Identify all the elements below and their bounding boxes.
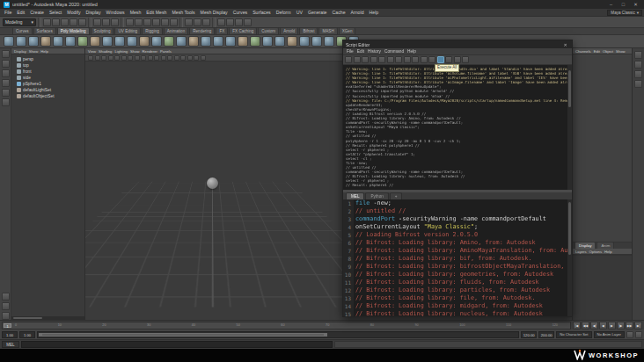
shelf-tab-custom[interactable]: Custom — [258, 27, 279, 34]
character-set-selector[interactable]: No Character Set — [556, 331, 591, 338]
lights-icon[interactable] — [180, 55, 186, 61]
save-script-button[interactable] — [345, 56, 352, 63]
menu-modify[interactable]: Modify — [64, 9, 83, 17]
maximize-button[interactable]: □ — [618, 0, 628, 9]
viewport-menu-panels[interactable]: Panels — [160, 49, 172, 54]
shelf-tab-rendering[interactable]: Rendering — [189, 27, 215, 34]
shelf-bridge-icon[interactable] — [299, 36, 310, 47]
range-slider-thumb[interactable] — [39, 333, 327, 337]
open-script-button[interactable] — [354, 56, 361, 63]
lock-camera-icon[interactable] — [95, 55, 100, 61]
line-numbers-button[interactable] — [445, 56, 452, 63]
shelf-plane-icon[interactable] — [65, 36, 76, 47]
viewport-menu-shading[interactable]: Shading — [99, 49, 112, 54]
channel-box-icon[interactable] — [634, 70, 642, 78]
script-editor-menu-command[interactable]: Command — [384, 49, 404, 54]
code-line[interactable]: 2// untitled // — [343, 207, 572, 215]
menu-surfaces[interactable]: Surfaces — [250, 9, 273, 17]
shelf-soccer-ball-icon[interactable] — [164, 36, 174, 47]
clear-history-button[interactable] — [362, 56, 369, 63]
channel-box-menu-show[interactable]: Show — [616, 49, 625, 54]
shelf-separate-icon[interactable] — [201, 36, 211, 47]
suppress-warning-messages-button[interactable] — [412, 56, 419, 63]
outliner-item-side[interactable]: side — [11, 75, 84, 81]
camera-attributes-icon[interactable] — [101, 55, 106, 61]
smooth-shade-icon[interactable] — [167, 55, 172, 61]
film-gate-icon[interactable] — [141, 55, 146, 61]
menu-uv[interactable]: UV — [294, 9, 305, 17]
script-tab-python[interactable]: Python — [365, 192, 388, 199]
menu-mesh-tools[interactable]: Mesh Tools — [169, 9, 197, 17]
clear-input-button[interactable] — [370, 56, 377, 63]
script-editor-titlebar[interactable]: Script Editor ✕ — [343, 40, 572, 48]
time-slider[interactable]: 1 0102030405060708090100110120 — [2, 322, 571, 329]
shelf-extrude-icon[interactable] — [274, 36, 285, 47]
suppress-info-messages-button[interactable] — [404, 56, 411, 63]
shelf-tab-poly-modeling[interactable]: Poly Modeling — [57, 27, 90, 34]
menu-file[interactable]: File — [2, 9, 14, 17]
step-forward-frame-button[interactable]: ▶▶ — [626, 322, 633, 329]
select-by-component-icon[interactable] — [111, 18, 119, 26]
shelf-smooth-icon[interactable] — [262, 36, 273, 47]
close-button[interactable]: ✕ — [631, 0, 640, 9]
code-line[interactable]: 4onSetCurrentLayout "Maya Classic"; — [343, 223, 572, 231]
playback-start-field[interactable]: 1.00 — [19, 331, 35, 338]
shelf-prism-icon[interactable] — [114, 36, 125, 47]
history-scrollbar[interactable] — [567, 65, 572, 190]
outliner-item-top[interactable]: top — [11, 62, 84, 69]
tool-settings-icon[interactable] — [634, 61, 642, 69]
shelf-disc-icon[interactable] — [77, 36, 88, 47]
echo-all-commands-button[interactable] — [387, 56, 394, 63]
code-line[interactable]: 12// Bifrost: Loading library: particles… — [343, 286, 572, 294]
outliner-item-defaultobjectset[interactable]: defaultObjectSet — [11, 93, 84, 99]
code-line[interactable]: 14// Bifrost: Loading library: midgard, … — [343, 302, 572, 310]
go-to-start-button[interactable]: |◀ — [573, 322, 581, 329]
code-line[interactable]: 3commandPort -securityWarning -name comm… — [343, 215, 572, 223]
playback-end-field[interactable]: 120.00 — [521, 331, 537, 338]
select-by-hierarchy-icon[interactable] — [93, 18, 101, 26]
code-line[interactable]: 11// Bifrost: Loading library: fluids, f… — [343, 279, 572, 286]
se-code[interactable]: 1file -new;2// untitled //3commandPort -… — [343, 199, 572, 316]
channel-box-menu-edit[interactable]: Edit — [594, 49, 600, 54]
attribute-editor-icon[interactable] — [634, 51, 642, 59]
select-camera-icon[interactable] — [88, 55, 93, 61]
code-line[interactable]: 15// Bifrost: Loading library: nucleus, … — [343, 310, 572, 316]
shelf-combine-icon[interactable] — [188, 36, 199, 47]
shelf-tab-uv-editing[interactable]: UV Editing — [114, 27, 141, 34]
poly-sphere-object[interactable] — [207, 177, 218, 189]
menu-curves[interactable]: Curves — [231, 9, 250, 17]
menu-deform[interactable]: Deform — [274, 9, 294, 17]
rotate-tool-icon[interactable] — [2, 89, 10, 97]
code-line[interactable]: 5// Loading Bifrost version 2.0.5.0 — [343, 231, 572, 239]
play-forwards-button[interactable]: ▶ — [608, 322, 616, 329]
scrollbar-thumb[interactable] — [13, 317, 42, 319]
outliner-item-defaultlightset[interactable]: defaultLightSet — [11, 87, 84, 93]
animation-start-field[interactable]: 1.00 — [2, 331, 18, 338]
shelf-boolean-difference-icon[interactable] — [238, 36, 248, 47]
menu-arnold[interactable]: Arnold — [348, 9, 367, 17]
command-completion-button[interactable] — [454, 56, 461, 63]
script-editor-close-button[interactable]: ✕ — [561, 42, 569, 47]
script-editor-menu-file[interactable]: File — [347, 49, 354, 54]
shelf-bevel-icon[interactable] — [287, 36, 297, 47]
status-line-separator[interactable] — [38, 18, 41, 27]
code-line[interactable]: 7// Bifrost: Loading library: AminoMayaT… — [343, 247, 572, 255]
play-backwards-button[interactable]: ◀ — [599, 322, 607, 329]
script-editor-menu-help[interactable]: Help — [407, 49, 416, 54]
step-forward-key-button[interactable]: |▶ — [617, 322, 625, 329]
shelf-extract-icon[interactable] — [213, 36, 223, 47]
suppress-command-results-button[interactable] — [395, 56, 402, 63]
layer-editor-menu-help[interactable]: Help — [604, 250, 612, 254]
save-scene-icon[interactable] — [61, 18, 69, 26]
snap-to-curve-icon[interactable] — [135, 18, 143, 26]
open-scene-icon[interactable] — [52, 18, 60, 26]
shadows-icon[interactable] — [187, 55, 193, 61]
menu-help[interactable]: Help — [367, 9, 382, 17]
animation-preferences-icon[interactable] — [635, 331, 642, 338]
shelf-pyramid-icon[interactable] — [102, 36, 113, 47]
resolution-gate-icon[interactable] — [148, 55, 153, 61]
shelf-torus-icon[interactable] — [53, 36, 63, 47]
layer-editor-menu-options[interactable]: Options — [589, 250, 602, 254]
shelf-cylinder-icon[interactable] — [28, 36, 39, 47]
menu-mesh-display[interactable]: Mesh Display — [198, 9, 231, 17]
